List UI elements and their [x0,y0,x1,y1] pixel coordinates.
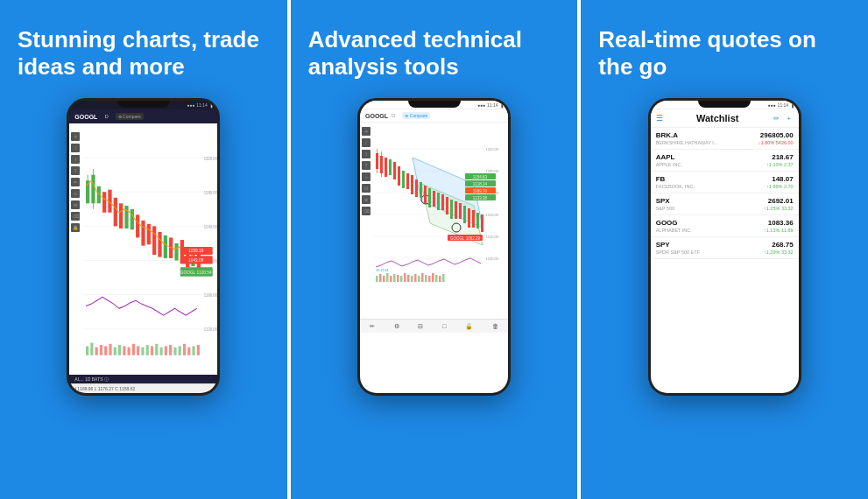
svg-rect-53 [165,347,167,355]
magnet-icon[interactable]: ⊙ [71,189,80,198]
phone-wrapper-quotes: ●●● 11:14 ▐ ☰ Watchlist ✏ + [598,98,850,481]
chart-compare-btn[interactable]: ⊕ Compare [116,113,144,120]
svg-rect-130 [407,275,410,282]
bt-layers[interactable]: ⊟ [418,323,423,330]
svg-rect-51 [156,344,159,355]
watchlist-header: ☰ Watchlist ✏ + [651,109,799,128]
wi-price-5: 268.75 [772,241,793,249]
bt-lock[interactable]: 🔒 [465,323,473,330]
wi-name-2: FACEBOOK, INC. [656,184,695,189]
svg-rect-105 [459,203,462,219]
screen-charts: ●●● 11:14 ▐ GOOGL D ⊕ Compare ✛ / ⌇ [69,101,217,393]
svg-rect-21 [119,204,123,229]
svg-rect-136 [428,276,431,282]
fib-icon[interactable]: ⌇ [71,155,80,164]
svg-rect-41 [109,344,112,355]
bt-square[interactable]: □ [442,323,446,329]
svg-rect-126 [393,274,396,282]
bt-pencil[interactable]: ✏ [370,323,375,330]
svg-rect-133 [418,276,420,282]
analysis-topbar: GOOGL D ⊕ Compare [360,109,508,123]
svg-rect-31 [175,243,179,261]
analysis-eraser[interactable]: ⌫ [362,207,370,215]
watchlist-item-4[interactable]: GOOG ALPHABET INC. 1083.36 ↑1.11% 11.89 [651,215,799,237]
wi-change-5: ↑1.29% 33.32 [764,249,794,255]
svg-rect-90 [393,162,396,179]
analysis-zoom[interactable]: ⊕ [362,195,370,204]
svg-rect-122 [379,274,382,282]
wi-left-5: SPY SPDR S&P 500 ETF [656,241,700,255]
watchlist-item-1[interactable]: AAPL APPLE INC. 218.67 ↑1.10% 2.37 [651,150,799,172]
svg-rect-101 [441,194,444,210]
analysis-channel[interactable]: ⊡ [362,184,370,193]
svg-rect-36 [86,347,88,355]
chart-left-toolbar: ✛ / ⌇ T ✏ ⊙ ⊕ ⌫ 🔒 [71,132,80,232]
svg-rect-106 [463,206,466,223]
edit-icon[interactable]: ✏ [773,114,781,123]
svg-rect-135 [425,275,427,282]
lock-icon[interactable]: 🔒 [71,223,80,232]
watchlist-item-3[interactable]: SPX S&P 500 2692.01 ↑1.25% 33.32 [651,193,799,215]
text-icon[interactable]: T [71,166,80,175]
svg-rect-96 [420,182,422,198]
watchlist-item-5[interactable]: SPY SPDR S&P 500 ETF 268.75 ↑1.29% 33.32 [651,237,799,259]
chart-topbar: GOOGL D ⊕ Compare [69,109,217,123]
analysis-compare[interactable]: ⊕ Compare [402,112,430,119]
line-icon[interactable]: / [71,144,80,152]
svg-rect-98 [428,188,431,207]
eraser-icon[interactable]: ⌫ [71,212,80,221]
analysis-fib[interactable]: ⌇ [362,150,370,158]
analysis-line[interactable]: / [362,138,370,147]
wi-left-0: BRK.A BERKSHIRE HATHAWAY I... [656,131,718,145]
phone-quotes: ●●● 11:14 ▐ ☰ Watchlist ✏ + [648,98,801,396]
svg-rect-107 [468,208,470,228]
phone-notch [117,101,170,108]
status-signal-1: ●●● [187,102,194,108]
bt-trash[interactable]: 🗑 [492,323,498,329]
svg-rect-27 [152,227,156,256]
svg-text:1089.70: 1089.70 [473,189,488,193]
wi-ticker-1: AAPL [656,153,682,161]
svg-rect-48 [142,348,145,355]
analysis-measure[interactable]: ↔ [362,172,370,181]
status-signal-3: ●●● [768,102,776,108]
svg-rect-95 [415,179,418,197]
svg-rect-47 [137,347,139,355]
menu-icon[interactable]: ☰ [656,114,663,123]
svg-text:1133.38: 1133.38 [473,196,488,200]
svg-rect-88 [385,158,387,177]
wi-right-2: 148.07 ↑1.86% 2.70 [766,175,794,189]
bt-settings[interactable]: ⚙ [394,323,399,330]
svg-rect-91 [398,166,400,186]
watchlist-item-2[interactable]: FB FACEBOOK, INC. 148.07 ↑1.86% 2.70 [651,172,799,193]
svg-rect-44 [123,347,126,355]
wi-left-2: FB FACEBOOK, INC. [656,175,695,189]
wi-price-0: 296805.00 [760,131,794,139]
svg-rect-123 [383,276,385,282]
wi-change-4: ↑1.11% 11.89 [764,228,794,233]
svg-rect-18 [102,193,106,213]
analysis-chart-area: ✛ / ⌇ T ↔ ⊡ ⊕ ⌫ [360,123,508,333]
screen-watchlist: ●●● 11:14 ▐ ☰ Watchlist ✏ + [651,101,799,393]
wi-change-2: ↑1.86% 2.70 [766,184,794,189]
crosshair-icon[interactable]: ✛ [71,132,80,141]
analysis-crosshair[interactable]: ✛ [362,127,370,136]
svg-rect-131 [411,276,413,282]
zoom-icon[interactable]: ⊕ [71,200,80,209]
analysis-text[interactable]: T [362,161,370,170]
svg-rect-121 [376,276,378,282]
watchlist-item-0[interactable]: BRK.A BERKSHIRE HATHAWAY I... 296805.00 … [651,128,799,150]
wi-name-4: ALPHABET INC. [656,228,692,233]
svg-text:1118.14: 1118.14 [473,182,488,186]
panel-quotes-title: Real-time quotes on the go [598,26,850,81]
phone-analysis: ●●● 11:14 ▐ GOOGL D ⊕ Compare ✛ / ⌇ [357,98,511,396]
status-time-3: 11:14 [778,102,789,108]
add-icon[interactable]: + [785,114,794,123]
svg-rect-25 [142,221,145,246]
svg-text:1150.00: 1150.00 [486,213,499,217]
svg-text:1320.00: 1320.00 [204,157,217,161]
chart-area: ✛ / ⌇ T ✏ ⊙ ⊕ ⌫ 🔒 [69,123,217,375]
chart-price-info: H 1168.96 L 1176.27 C 1158.62 [69,383,217,393]
brush-icon[interactable]: ✏ [71,178,80,186]
svg-rect-57 [183,344,186,355]
